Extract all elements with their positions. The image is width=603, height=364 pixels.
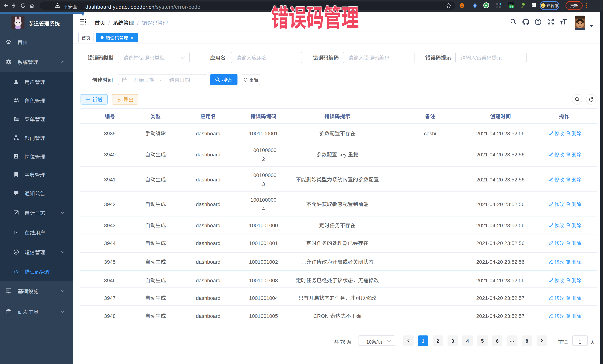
svg-text:on: on [510,5,513,8]
